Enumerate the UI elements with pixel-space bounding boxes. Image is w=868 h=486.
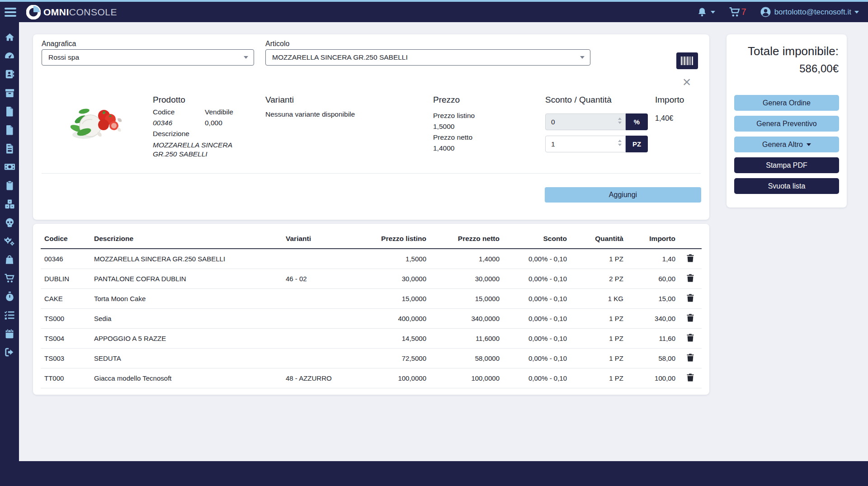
close-icon[interactable]: × (679, 75, 694, 90)
delete-item-button[interactable] (687, 314, 694, 323)
delete-item-button[interactable] (687, 254, 694, 264)
cell-varianti (282, 249, 364, 269)
prezzo-listino-value: 1,5000 (433, 121, 475, 132)
anagrafica-select[interactable]: Rossi spa (42, 49, 254, 66)
cell-sconto: 0,00% - 0,10 (503, 349, 571, 368)
sidebar-item-settings[interactable] (0, 232, 19, 250)
sidebar-item-contacts[interactable] (0, 65, 19, 83)
cell-quantita: 1 PZ (571, 309, 627, 329)
file-invoice-icon (5, 143, 14, 154)
sidebar-item-home[interactable] (0, 28, 19, 46)
sidebar-item-cart[interactable] (0, 269, 19, 287)
trash-icon (687, 334, 694, 342)
sidebar-item-skull[interactable] (0, 213, 19, 231)
cart-count-badge: 7 (741, 7, 746, 17)
sidebar-item-archive[interactable] (0, 84, 19, 102)
genera-ordine-button[interactable]: Genera Ordine (734, 95, 839, 111)
cart-icon (4, 273, 15, 283)
cell-quantita: 1 PZ (571, 329, 627, 349)
dashboard-icon (4, 50, 15, 61)
cell-codice: TS000 (41, 309, 90, 329)
cell-descrizione: PANTALONE COFRA DUBLIN (90, 269, 282, 289)
prodotto-details: Codice 00346 Vendibile 0,000 Descrizione… (153, 108, 257, 159)
genera-preventivo-button[interactable]: Genera Preventivo (734, 116, 839, 132)
genera-altro-button[interactable]: Genera Altro (734, 137, 839, 152)
sidebar-item-documents[interactable] (0, 102, 19, 120)
sconto-input[interactable]: 0 (545, 113, 626, 130)
trash-icon (687, 354, 694, 362)
stopwatch-icon (5, 291, 14, 302)
barcode-scan-button[interactable] (676, 52, 698, 69)
sidebar-item-logout[interactable] (0, 343, 19, 361)
sidebar-item-documents-alt[interactable] (0, 121, 19, 139)
cell-codice: TT000 (41, 368, 90, 388)
sidebar-item-clipboard[interactable] (0, 176, 19, 194)
column-header: Descrizione (90, 230, 282, 249)
sconto-input-group: 0 % (545, 113, 648, 130)
quantita-unit-button[interactable]: PZ (626, 136, 648, 152)
cell-sconto: 0,00% - 0,10 (503, 249, 571, 269)
barcode-icon (680, 56, 694, 66)
chevron-down-icon (580, 56, 585, 59)
svuota-lista-button[interactable]: Svuota lista (734, 178, 839, 194)
cell-importo: 1,40 (627, 249, 679, 269)
column-header: Varianti (282, 230, 364, 249)
cell-quantita: 1 PZ (571, 249, 627, 269)
cell-sconto: 0,00% - 0,10 (503, 329, 571, 349)
number-spinner[interactable] (618, 140, 622, 146)
cell-importo: 60,00 (627, 269, 679, 289)
delete-item-button[interactable] (687, 294, 694, 303)
quantita-input[interactable]: 1 (545, 136, 626, 152)
aggiungi-button[interactable]: Aggiungi (545, 187, 701, 203)
column-header: Importo (627, 230, 679, 249)
sidebar-item-calendar[interactable] (0, 325, 19, 343)
articolo-select[interactable]: MOZZARELLA SINCERA GR.250 SABELLI (265, 49, 590, 66)
cell-listino: 14,5000 (364, 329, 430, 349)
sconto-unit-button[interactable]: % (626, 113, 648, 130)
table-row: CAKETorta Moon Cake15,000015,00000,00% -… (41, 289, 702, 309)
cell-codice: CAKE (41, 289, 90, 309)
sidebar-item-shopping-bag[interactable] (0, 250, 19, 269)
column-header: Prezzo listino (364, 230, 430, 249)
importo-heading: Importo (655, 95, 684, 105)
sidebar-item-tasks[interactable] (0, 306, 19, 324)
delete-item-button[interactable] (687, 354, 694, 363)
sconto-value: 0 (551, 118, 555, 126)
articolo-label: Articolo (265, 40, 289, 48)
anagrafica-selected-value: Rossi spa (48, 53, 79, 61)
chevron-down-icon (244, 56, 248, 59)
sidebar-item-stopwatch[interactable] (0, 288, 19, 306)
sidebar-item-dice[interactable] (0, 195, 19, 213)
articolo-selected-value: MOZZARELLA SINCERA GR.250 SABELLI (272, 53, 408, 61)
user-menu[interactable]: bortolotto@tecnosoft.it (760, 6, 859, 18)
cart-menu[interactable]: 7 (729, 6, 746, 18)
items-tbody: 00346MOZZARELLA SINCERA GR.250 SABELLI1,… (41, 249, 702, 388)
notifications-menu[interactable] (697, 7, 715, 18)
stampa-pdf-button[interactable]: Stampa PDF (734, 157, 839, 173)
prezzo-netto-value: 1,4000 (433, 143, 475, 154)
cell-varianti: 46 - 02 (282, 269, 364, 289)
sconto-quantita-heading: Sconto / Quantità (545, 95, 612, 105)
descrizione-label: Descrizione (153, 130, 257, 138)
table-row: DUBLINPANTALONE COFRA DUBLIN46 - 0230,00… (41, 269, 702, 289)
address-book-icon (5, 69, 14, 79)
trash-icon (687, 294, 694, 302)
delete-item-button[interactable] (687, 334, 694, 343)
items-table: CodiceDescrizioneVariantiPrezzo listinoP… (41, 230, 702, 388)
hamburger-menu-icon[interactable] (5, 8, 16, 17)
sidebar-item-invoices[interactable] (0, 139, 19, 157)
delete-item-button[interactable] (687, 373, 694, 383)
home-icon (5, 32, 15, 42)
cell-quantita: 1 PZ (571, 368, 627, 388)
money-bill-icon (4, 162, 15, 172)
user-email: bortolotto@tecnosoft.it (774, 8, 851, 17)
varianti-empty-text: Nessuna variante disponibile (265, 110, 355, 118)
descrizione-value: MOZZARELLA SINCERA GR.250 SABELLI (153, 141, 239, 159)
number-spinner[interactable] (618, 118, 622, 124)
table-row: 00346MOZZARELLA SINCERA GR.250 SABELLI1,… (41, 249, 702, 269)
delete-item-button[interactable] (687, 274, 694, 283)
cell-netto: 340,0000 (430, 309, 503, 329)
cell-descrizione: Sedia (90, 309, 282, 329)
sidebar-item-payments[interactable] (0, 158, 19, 176)
sidebar-item-dashboard[interactable] (0, 47, 19, 65)
